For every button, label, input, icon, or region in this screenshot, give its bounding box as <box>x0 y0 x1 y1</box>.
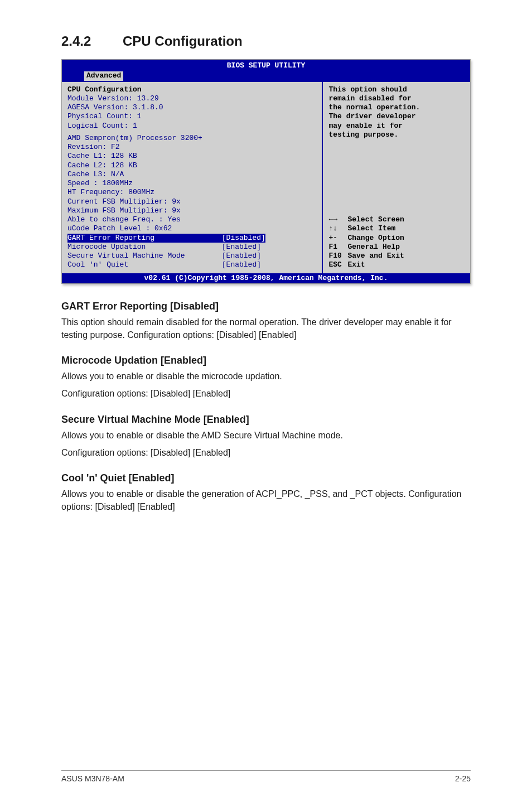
bios-header: BIOS SETUP UTILITY Advanced <box>62 60 470 82</box>
section-number: 2.4.2 <box>61 33 123 49</box>
bios-info2: AMD Sempron(tm) Processor 3200+Revision:… <box>67 134 316 234</box>
section-heading: 2.4.2CPU Configuration <box>61 33 471 49</box>
bios-key: +- <box>328 234 347 243</box>
bios-key: F1 <box>328 243 347 252</box>
bios-info-line: Physical Count: 1 <box>67 112 316 121</box>
bios-key: F10 <box>328 252 347 260</box>
bios-key-row: +-Change Option <box>328 234 465 243</box>
bios-key-row: F1General Help <box>328 243 465 252</box>
bios-info-line: Cache L3: N/A <box>67 170 316 179</box>
paragraph: Configuration options: [Disabled] [Enabl… <box>61 446 471 459</box>
paragraph: Allows you to enable or disable the AMD … <box>61 429 471 442</box>
bios-key-desc: Save and Exit <box>347 252 404 260</box>
bios-tab-advanced: Advanced <box>84 71 123 80</box>
paragraph: Allows you to enable or disable the micr… <box>61 370 471 383</box>
footer-right: 2-25 <box>455 774 471 783</box>
bios-setting-label: Secure Virtual Machine Mode <box>67 252 222 260</box>
subsection-heading: GART Error Reporting [Disabled] <box>61 301 471 312</box>
bios-body: CPU Configuration Module Version: 13.29A… <box>62 82 470 273</box>
paragraph: Allows you to enable or disable the gene… <box>61 487 471 513</box>
bios-info-line: AMD Sempron(tm) Processor 3200+ <box>67 134 316 143</box>
bios-tab-row: Advanced <box>62 71 470 81</box>
bios-info-line: uCode Patch Level : 0x62 <box>67 224 316 233</box>
bios-setting-row[interactable]: Cool 'n' Quiet[Enabled] <box>67 260 316 269</box>
bios-setting-label: Microcode Updation <box>67 243 222 252</box>
bios-setting-row[interactable]: GART Error Reporting[Disabled] <box>67 234 316 243</box>
bios-key-row: ↑↓Select Item <box>328 224 465 233</box>
bios-info1: Module Version: 13.29AGESA Version: 3.1.… <box>67 94 316 131</box>
footer-left: ASUS M3N78-AM <box>61 774 124 783</box>
bios-setting-row[interactable]: Microcode Updation[Enabled] <box>67 243 316 252</box>
bios-screenshot: BIOS SETUP UTILITY Advanced CPU Configur… <box>61 59 471 284</box>
bios-info-line: Maximum FSB Multiplier: 9x <box>67 206 316 215</box>
bios-info-line: Cache L2: 128 KB <box>67 161 316 170</box>
paragraph: This option should remain disabled for t… <box>61 316 471 341</box>
subsection-heading: Cool 'n' Quiet [Enabled] <box>61 472 471 484</box>
bios-title: BIOS SETUP UTILITY <box>62 61 470 71</box>
bios-key-legend: ←→Select Screen↑↓Select Item+-Change Opt… <box>328 215 465 270</box>
bios-right-pane: This option should remain disabled for t… <box>323 82 470 273</box>
bios-settings: GART Error Reporting[Disabled]Microcode … <box>67 234 316 270</box>
paragraph: Configuration options: [Disabled] [Enabl… <box>61 387 471 400</box>
bios-setting-value: [Enabled] <box>222 243 261 252</box>
bios-info-line: Speed : 1800MHz <box>67 179 316 188</box>
bios-info-line: Cache L1: 128 KB <box>67 152 316 161</box>
bios-info-line: Able to change Freq. : Yes <box>67 215 316 224</box>
bios-key-desc: Select Screen <box>347 215 404 224</box>
bios-left-heading: CPU Configuration <box>67 85 316 94</box>
bios-key-row: ←→Select Screen <box>328 215 465 224</box>
bios-key-row: ESCExit <box>328 260 465 269</box>
bios-key: ←→ <box>328 215 347 224</box>
bios-left-pane: CPU Configuration Module Version: 13.29A… <box>62 82 323 273</box>
bios-key-desc: Exit <box>347 260 365 269</box>
bios-key-row: F10Save and Exit <box>328 252 465 260</box>
bios-setting-value: [Enabled] <box>222 252 261 260</box>
section-title: CPU Configuration <box>123 33 243 49</box>
bios-setting-row[interactable]: Secure Virtual Machine Mode[Enabled] <box>67 252 316 260</box>
bios-key-desc: General Help <box>347 243 400 252</box>
subsection-heading: Microcode Updation [Enabled] <box>61 355 471 366</box>
bios-info-line: AGESA Version: 3.1.8.0 <box>67 103 316 112</box>
subsection-heading: Secure Virtual Machine Mode [Enabled] <box>61 414 471 426</box>
bios-info-line: Current FSB Multiplier: 9x <box>67 197 316 206</box>
bios-key: ESC <box>328 260 347 269</box>
bios-info-line: HT Frequency: 800MHz <box>67 188 316 197</box>
bios-key: ↑↓ <box>328 224 347 233</box>
bios-footer: v02.61 (C)Copyright 1985-2008, American … <box>62 273 470 283</box>
bios-setting-label: GART Error Reporting <box>67 234 222 243</box>
page-footer: ASUS M3N78-AM 2-25 <box>61 770 471 783</box>
bios-info-line: Logical Count: 1 <box>67 122 316 131</box>
bios-help-text: This option should remain disabled for t… <box>328 85 465 140</box>
bios-setting-label: Cool 'n' Quiet <box>67 260 222 269</box>
bios-info-line: Module Version: 13.29 <box>67 94 316 103</box>
bios-setting-value: [Enabled] <box>222 260 261 269</box>
bios-setting-value: [Disabled] <box>222 234 265 243</box>
bios-info-line: Revision: F2 <box>67 143 316 152</box>
bios-key-desc: Change Option <box>347 234 404 243</box>
bios-key-desc: Select Item <box>347 224 395 233</box>
